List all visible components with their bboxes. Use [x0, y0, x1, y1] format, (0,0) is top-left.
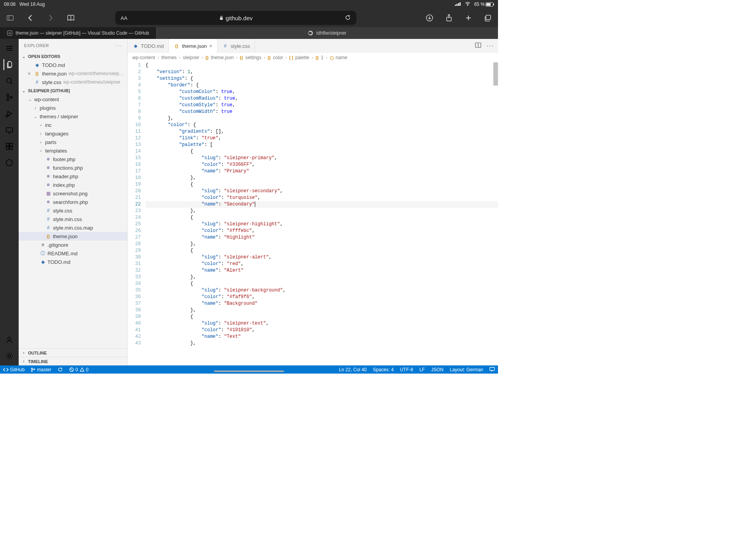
breadcrumb-segment[interactable]: settings — [245, 55, 261, 60]
tabs-icon[interactable] — [483, 13, 493, 23]
tab-more-icon[interactable]: ··· — [487, 42, 494, 49]
breadcrumb-segment[interactable]: theme.json — [211, 55, 234, 60]
folder-item[interactable]: ⌄wp-content — [19, 95, 127, 104]
breadcrumb-segment[interactable]: name — [336, 55, 347, 60]
account-icon[interactable] — [4, 334, 15, 345]
github-activity-icon[interactable] — [4, 157, 15, 168]
share-icon[interactable] — [444, 13, 454, 23]
run-debug-icon[interactable] — [4, 108, 15, 119]
eol-status[interactable]: LF — [416, 367, 428, 372]
code-line[interactable]: "link": "true", — [146, 135, 498, 142]
code-line[interactable]: "name": "Highlight" — [146, 234, 498, 241]
code-line[interactable]: "slug": "sleipner-background", — [146, 287, 498, 294]
code-line[interactable]: { — [146, 281, 498, 287]
code-line[interactable]: "color": "#fffebc", — [146, 228, 498, 234]
open-editor-item[interactable]: ◆TODO.md — [19, 61, 127, 69]
remote-icon[interactable] — [4, 125, 15, 135]
feedback-icon[interactable] — [486, 367, 498, 372]
browser-tab-active[interactable]: G theme.json — sleipner [GitHub] — Visua… — [0, 27, 156, 39]
folder-item[interactable]: ›inc — [19, 121, 127, 129]
sync-icon[interactable] — [54, 365, 66, 374]
file-item[interactable]: #style.min.css.map — [19, 223, 127, 232]
file-item[interactable]: ⚙index.php — [19, 181, 127, 189]
code-line[interactable]: "color": "red", — [146, 261, 498, 267]
explorer-icon[interactable] — [4, 59, 14, 70]
code-line[interactable]: { — [146, 214, 498, 221]
code-line[interactable]: { — [146, 314, 498, 320]
code-line[interactable]: }, — [146, 241, 498, 248]
scrollbar-thumb[interactable] — [493, 62, 498, 86]
file-item[interactable]: {}theme.json — [19, 232, 127, 241]
branch-status[interactable]: master — [28, 365, 54, 374]
url-bar[interactable]: AA github.dev — [115, 11, 356, 25]
breadcrumb-segment[interactable]: 1 — [321, 55, 324, 60]
code-line[interactable]: "name": "Secondary" — [146, 201, 498, 208]
file-item[interactable]: #style.css — [19, 206, 127, 215]
more-icon[interactable]: ··· — [116, 43, 122, 48]
download-icon[interactable] — [425, 13, 434, 23]
code-line[interactable]: "customStyle": true, — [146, 102, 498, 109]
file-item[interactable]: #style.min.css — [19, 215, 127, 223]
timeline-header[interactable]: ›TIMELINE — [19, 357, 127, 365]
problems-status[interactable]: 0 0 — [66, 365, 91, 374]
close-icon[interactable]: × — [26, 70, 32, 77]
code-line[interactable]: { — [146, 248, 498, 254]
folder-item[interactable]: ⌄themes / sleipner — [19, 112, 127, 121]
code-line[interactable]: }, — [146, 340, 498, 347]
layout-status[interactable]: Layout: German — [447, 367, 486, 372]
code-line[interactable]: "color": "turquoise", — [146, 195, 498, 201]
file-item[interactable]: ▦screenshot.png — [19, 189, 127, 198]
code-line[interactable]: "name": "Alert" — [146, 267, 498, 274]
split-editor-icon[interactable] — [475, 42, 481, 49]
code-line[interactable]: { — [146, 181, 498, 188]
code-line[interactable]: "color": { — [146, 122, 498, 128]
code-line[interactable]: }, — [146, 115, 498, 122]
editor-tab[interactable]: #style.css — [217, 39, 255, 53]
open-editor-item[interactable]: ×{}theme.json wp-content/themes/sleip... — [19, 69, 127, 78]
folder-item[interactable]: ›languages — [19, 129, 127, 138]
code-line[interactable]: "slug": "sleipner-alert", — [146, 254, 498, 261]
breadcrumb-segment[interactable]: color — [273, 55, 283, 60]
breadcrumb-segment[interactable]: themes — [161, 55, 177, 60]
code-line[interactable]: }, — [146, 175, 498, 181]
folder-item[interactable]: ›templates — [19, 146, 127, 155]
code-line[interactable]: "name": "Text" — [146, 334, 498, 340]
code-line[interactable]: "customRadius": true, — [146, 95, 498, 102]
code-line[interactable]: "name": "Background" — [146, 300, 498, 307]
code-line[interactable]: "color": "#3366FF", — [146, 162, 498, 168]
editor-tab[interactable]: {}theme.json× — [169, 39, 217, 53]
close-icon[interactable]: × — [209, 43, 212, 49]
code-line[interactable]: { — [146, 62, 498, 69]
breadcrumb-segment[interactable]: wp-content — [132, 55, 155, 60]
outline-header[interactable]: ›OUTLINE — [19, 348, 127, 357]
breadcrumb-segment[interactable]: palette — [295, 55, 309, 60]
code-line[interactable]: "palette": [ — [146, 142, 498, 148]
code-line[interactable]: "color": "#101010", — [146, 327, 498, 334]
search-icon[interactable] — [4, 75, 15, 86]
code-line[interactable]: "settings": { — [146, 75, 498, 82]
folder-item[interactable]: ›plugins — [19, 104, 127, 112]
file-item[interactable]: ◆TODO.md — [19, 258, 127, 266]
code-line[interactable]: }, — [146, 307, 498, 314]
menu-icon[interactable] — [4, 43, 15, 54]
file-item[interactable]: ≡.gitignore — [19, 241, 127, 249]
browser-tab-inactive[interactable]: tdhftw/sleipner — [156, 27, 498, 39]
folder-item[interactable]: ›parts — [19, 138, 127, 146]
file-item[interactable]: ⚙footer.php — [19, 155, 127, 163]
editor-tab[interactable]: ◆TODO.md — [128, 39, 169, 53]
code-line[interactable]: }, — [146, 274, 498, 281]
source-control-icon[interactable] — [4, 92, 15, 103]
book-icon[interactable] — [66, 13, 75, 23]
code-line[interactable]: "slug": "sleipner-highlight", — [146, 221, 498, 228]
remote-status-icon[interactable]: GitHub — [0, 365, 28, 374]
file-item[interactable]: ⚙searchform.php — [19, 198, 127, 206]
code-line[interactable]: "name": "Primary" — [146, 168, 498, 175]
code-line[interactable]: "color": "#faf9f6", — [146, 294, 498, 300]
code-line[interactable]: }, — [146, 208, 498, 214]
encoding-status[interactable]: UTF-8 — [397, 367, 416, 372]
code-line[interactable]: "slug": "sleipner-secondary", — [146, 188, 498, 195]
file-item[interactable]: ⚙functions.php — [19, 163, 127, 172]
repo-header[interactable]: ⌄SLEIPNER [GITHUB] — [19, 86, 127, 95]
file-item[interactable]: ⓘREADME.md — [19, 249, 127, 258]
breadcrumbs[interactable]: wp-content › themes › sleipner ›{} theme… — [128, 53, 498, 62]
